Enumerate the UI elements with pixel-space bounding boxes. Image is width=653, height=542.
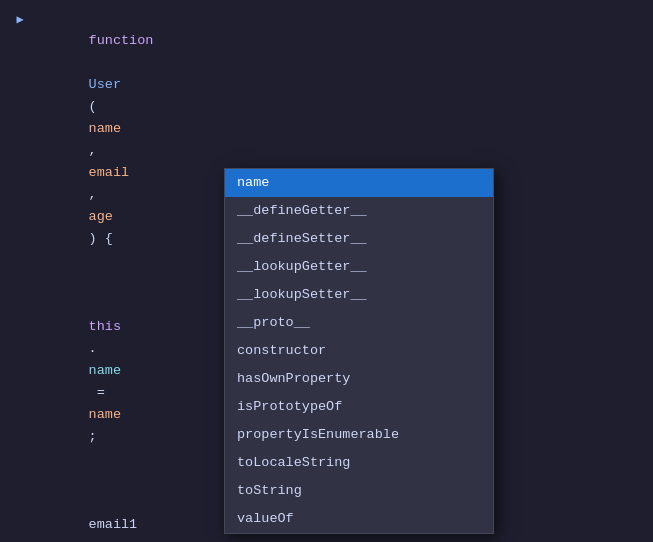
gutter-1: ▶ (0, 8, 36, 30)
autocomplete-item-valueOf[interactable]: valueOf (225, 505, 493, 533)
paren-open: ( (89, 99, 97, 114)
gutter-3 (0, 470, 36, 492)
autocomplete-item-proto[interactable]: __proto__ (225, 309, 493, 337)
comma1: , (89, 143, 105, 158)
val-name: name (89, 407, 121, 422)
dot1: . (89, 341, 97, 356)
keyword-function: function (89, 33, 154, 48)
autocomplete-item-constructor[interactable]: constructor (225, 337, 493, 365)
gutter-2 (0, 272, 36, 294)
autocomplete-dropdown[interactable]: name __defineGetter__ __defineSetter__ _… (224, 168, 494, 534)
semi1: ; (89, 429, 97, 444)
function-name: User (89, 77, 121, 92)
autocomplete-item-isPrototypeOf[interactable]: isPrototypeOf (225, 393, 493, 421)
autocomplete-item-toString[interactable]: toString (225, 477, 493, 505)
param-email: email (89, 165, 130, 180)
indent3 (89, 495, 121, 510)
autocomplete-item-lookupGetter[interactable]: __lookupGetter__ (225, 253, 493, 281)
autocomplete-item-name[interactable]: name (225, 169, 493, 197)
comma2: , (89, 187, 105, 202)
autocomplete-item-propertyIsEnumerable[interactable]: propertyIsEnumerable (225, 421, 493, 449)
code-editor: ▶ function User ( name , email , age ) {… (0, 0, 653, 542)
autocomplete-item-hasOwnProperty[interactable]: hasOwnProperty (225, 365, 493, 393)
autocomplete-item-defineSetter[interactable]: __defineSetter__ (225, 225, 493, 253)
autocomplete-item-toLocaleString[interactable]: toLocaleString (225, 449, 493, 477)
assign1: = (89, 385, 113, 400)
autocomplete-item-defineGetter[interactable]: __defineGetter__ (225, 197, 493, 225)
this-keyword: this (89, 319, 121, 334)
param-age: age (89, 209, 113, 224)
var-email1: email1 (89, 517, 138, 532)
autocomplete-item-lookupSetter[interactable]: __lookupSetter__ (225, 281, 493, 309)
prop-name: name (89, 363, 121, 378)
param-name: name (89, 121, 121, 136)
indent2 (89, 297, 121, 312)
paren-close: ) { (89, 231, 113, 246)
expand-arrow-1[interactable]: ▶ (10, 12, 30, 27)
space (89, 55, 97, 70)
